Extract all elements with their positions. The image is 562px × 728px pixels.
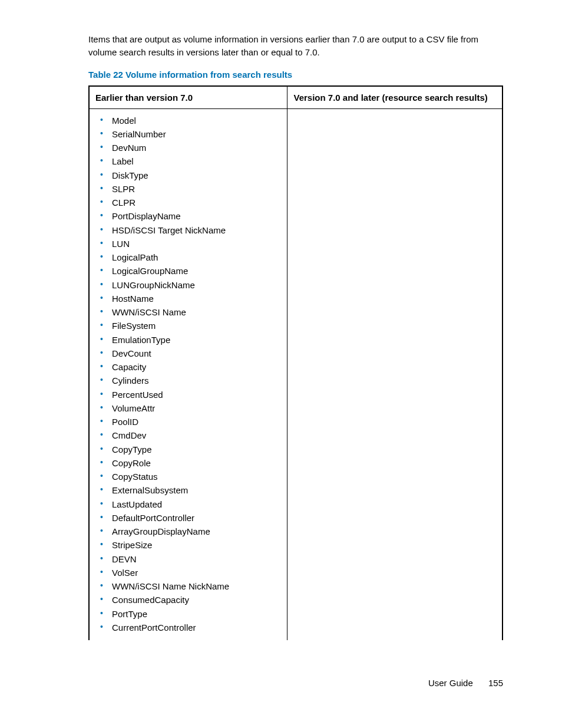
list-item: LogicalPath [100,251,281,264]
list-item: DevNum [100,141,281,154]
volume-item-list: ModelSerialNumberDevNumLabelDiskTypeSLPR… [95,114,281,635]
list-item: CopyStatus [100,470,281,483]
list-item: StripeSize [100,538,281,552]
column-header-earlier: Earlier than version 7.0 [89,86,287,109]
list-item: LUNGroupNickName [100,278,281,292]
list-item: LUN [100,237,281,251]
cell-later-items [287,108,503,640]
footer-page-number: 155 [488,678,503,688]
list-item: CLPR [100,196,281,209]
list-item: Cylinders [100,374,281,387]
page-footer: User Guide 155 [428,678,503,688]
list-item: HSD/iSCSI Target NickName [100,223,281,237]
list-item: VolSer [100,566,281,579]
list-item: Label [100,154,281,168]
list-item: ArrayGroupDisplayName [100,525,281,538]
list-item: Model [100,114,281,127]
footer-doc-title: User Guide [428,678,473,688]
list-item: LogicalGroupName [100,264,281,278]
list-item: SLPR [100,182,281,196]
list-item: PercentUsed [100,388,281,401]
list-item: ConsumedCapacity [100,593,281,607]
list-item: CopyRole [100,456,281,470]
list-item: PortDisplayName [100,209,281,223]
list-item: WWN/iSCSI Name NickName [100,579,281,593]
list-item: CopyType [100,443,281,456]
list-item: DefaultPortController [100,511,281,525]
list-item: DEVN [100,552,281,566]
volume-info-table: Earlier than version 7.0 Version 7.0 and… [88,85,503,641]
list-item: FileSystem [100,319,281,332]
list-item: DiskType [100,169,281,182]
list-item: DevCount [100,347,281,360]
column-header-later: Version 7.0 and later (resource search r… [287,86,503,109]
list-item: SerialNumber [100,127,281,141]
table-caption: Table 22 Volume information from search … [88,70,503,80]
list-item: VolumeAttr [100,401,281,415]
list-item: PoolID [100,415,281,429]
list-item: ExternalSubsystem [100,483,281,497]
list-item: LastUpdated [100,498,281,511]
list-item: HostName [100,292,281,305]
list-item: WWN/iSCSI Name [100,305,281,319]
list-item: CurrentPortController [100,621,281,634]
list-item: EmulationType [100,333,281,347]
list-item: PortType [100,607,281,621]
cell-earlier-items: ModelSerialNumberDevNumLabelDiskTypeSLPR… [89,108,287,640]
intro-paragraph: Items that are output as volume informat… [88,33,503,59]
list-item: Capacity [100,360,281,374]
list-item: CmdDev [100,429,281,442]
